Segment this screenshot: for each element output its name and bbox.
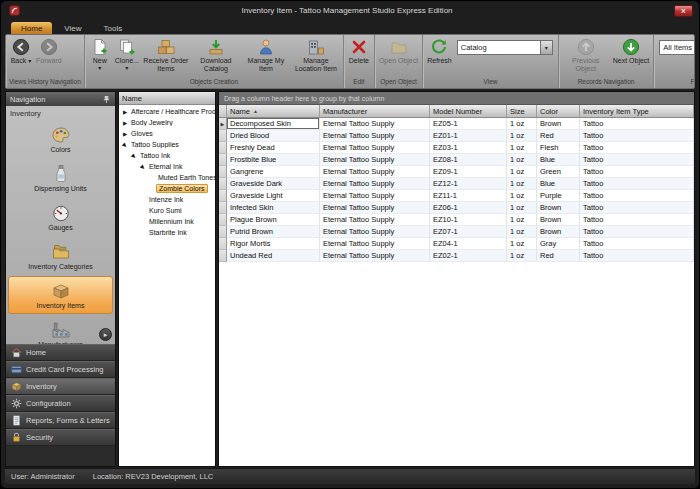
manage-location-item-button[interactable]: Manage Location Item [291, 36, 341, 73]
tree-node[interactable]: Tattoo Ink [119, 150, 215, 161]
receive-order-items-button[interactable]: Receive Order Items [141, 36, 191, 73]
cell-name[interactable]: Undead Red [227, 250, 320, 262]
next-object-button[interactable]: Next Object [611, 36, 652, 66]
table-row[interactable]: Decomposed Skin Eternal Tattoo Supply EZ… [219, 118, 694, 130]
cell-inventory-item-type[interactable]: Tattoo [580, 202, 694, 214]
cell-manufacturer[interactable]: Eternal Tattoo Supply [320, 178, 430, 190]
column-header-model-number[interactable]: Model Number [430, 105, 507, 117]
tree-node[interactable]: Muted Earth Tones [119, 172, 215, 183]
column-header-name[interactable]: Name [227, 105, 320, 117]
column-header-size[interactable]: Size [507, 105, 537, 117]
cell-inventory-item-type[interactable]: Tattoo [580, 226, 694, 238]
cell-inventory-item-type[interactable]: Tattoo [580, 130, 694, 142]
expand-arrow-icon[interactable] [121, 141, 129, 148]
tree-column-header-name[interactable]: Name [119, 92, 215, 105]
cell-model-number[interactable]: EZ11-1 [430, 190, 507, 202]
column-header-manufacturer[interactable]: Manufacturer [320, 105, 430, 117]
cell-model-number[interactable]: EZ07-1 [430, 226, 507, 238]
table-row[interactable]: Putrid Brown Eternal Tattoo Supply EZ07-… [219, 226, 694, 238]
cell-model-number[interactable]: EZ09-1 [430, 166, 507, 178]
sidebar-item-inventory-categories[interactable]: Inventory Categories [8, 237, 113, 275]
cell-size[interactable]: 1 oz [507, 190, 537, 202]
chevron-down-icon[interactable] [541, 40, 553, 55]
cell-size[interactable]: 1 oz [507, 118, 537, 130]
pin-icon[interactable] [102, 95, 111, 104]
tree-node[interactable]: Body Jewelry [119, 117, 215, 128]
cell-name[interactable]: Decomposed Skin [227, 118, 320, 130]
tab-tools[interactable]: Tools [94, 22, 133, 34]
back-button[interactable]: Back [8, 36, 34, 66]
table-row[interactable]: Frostbite Blue Eternal Tattoo Supply EZ0… [219, 154, 694, 166]
cell-name[interactable]: Graveside Light [227, 190, 320, 202]
cell-manufacturer[interactable]: Eternal Tattoo Supply [320, 238, 430, 250]
cell-inventory-item-type[interactable]: Tattoo [580, 250, 694, 262]
expand-arrow-icon[interactable] [121, 130, 129, 137]
cell-size[interactable]: 1 oz [507, 130, 537, 142]
expand-arrow-icon[interactable] [139, 163, 147, 170]
previous-object-button[interactable]: Previous Object [561, 36, 611, 73]
forward-button[interactable]: Forward [34, 36, 64, 66]
cell-color[interactable]: Blue [537, 154, 580, 166]
cell-name[interactable]: Gangrene [227, 166, 320, 178]
cell-inventory-item-type[interactable]: Tattoo [580, 142, 694, 154]
cell-model-number[interactable]: EZ04-1 [430, 238, 507, 250]
column-header-inventory-item-type[interactable]: Inventory Item Type [580, 105, 694, 117]
tree-node[interactable]: Aftercare / Healthcare Prod... [119, 106, 215, 117]
cell-size[interactable]: 1 oz [507, 226, 537, 238]
sidebar-item-inventory-items[interactable]: Inventory Items [8, 276, 113, 314]
delete-button[interactable]: Delete [346, 36, 372, 66]
table-row[interactable]: Gangrene Eternal Tattoo Supply EZ09-1 1 … [219, 166, 694, 178]
sidebar-item-inventory[interactable]: Inventory [6, 378, 115, 395]
tab-home[interactable]: Home [11, 22, 52, 34]
cell-color[interactable]: Red [537, 130, 580, 142]
cell-name[interactable]: Graveside Dark [227, 178, 320, 190]
cell-name[interactable]: Infected Skin [227, 202, 320, 214]
tree-node[interactable]: Starbrite Ink [119, 227, 215, 238]
tab-view[interactable]: View [54, 22, 91, 34]
cell-name[interactable]: Rigor Mortis [227, 238, 320, 250]
sidebar-item-manufacturers[interactable]: Manufacturers [8, 315, 113, 344]
cell-inventory-item-type[interactable]: Tattoo [580, 238, 694, 250]
sidebar-item-gauges[interactable]: Gauges [8, 198, 113, 236]
cell-model-number[interactable]: EZ10-1 [430, 214, 507, 226]
refresh-button[interactable]: Refresh [425, 36, 454, 66]
tree-node[interactable]: Intenze Ink [119, 194, 215, 205]
cell-manufacturer[interactable]: Eternal Tattoo Supply [320, 118, 430, 130]
cell-inventory-item-type[interactable]: Tattoo [580, 166, 694, 178]
cell-manufacturer[interactable]: Eternal Tattoo Supply [320, 214, 430, 226]
cell-model-number[interactable]: EZ01-1 [430, 130, 507, 142]
cell-color[interactable]: Brown [537, 202, 580, 214]
cell-size[interactable]: 1 oz [507, 178, 537, 190]
cell-model-number[interactable]: EZ05-1 [430, 118, 507, 130]
tree-node[interactable]: Kuro Sumi [119, 205, 215, 216]
filter-combobox[interactable]: All Items [659, 40, 695, 55]
table-row[interactable]: Plague Brown Eternal Tattoo Supply EZ10-… [219, 214, 694, 226]
cell-manufacturer[interactable]: Eternal Tattoo Supply [320, 154, 430, 166]
cell-inventory-item-type[interactable]: Tattoo [580, 154, 694, 166]
cell-manufacturer[interactable]: Eternal Tattoo Supply [320, 190, 430, 202]
table-row[interactable]: Graveside Light Eternal Tattoo Supply EZ… [219, 190, 694, 202]
cell-name[interactable]: Frostbite Blue [227, 154, 320, 166]
table-row[interactable]: Graveside Dark Eternal Tattoo Supply EZ1… [219, 178, 694, 190]
cell-color[interactable]: Green [537, 166, 580, 178]
cell-size[interactable]: 1 oz [507, 214, 537, 226]
cell-manufacturer[interactable]: Eternal Tattoo Supply [320, 130, 430, 142]
sidebar-item-security[interactable]: Security [6, 429, 115, 446]
cell-model-number[interactable]: EZ08-1 [430, 154, 507, 166]
sidebar-item-dispensing-units[interactable]: Dispensing Units [8, 159, 113, 197]
cell-name[interactable]: Freshly Dead [227, 142, 320, 154]
cell-model-number[interactable]: EZ12-1 [430, 178, 507, 190]
tree-node[interactable]: Millennium Ink [119, 216, 215, 227]
manage-my-item-button[interactable]: Manage My Item [241, 36, 291, 73]
cell-inventory-item-type[interactable]: Tattoo [580, 214, 694, 226]
cell-manufacturer[interactable]: Eternal Tattoo Supply [320, 202, 430, 214]
cell-size[interactable]: 1 oz [507, 238, 537, 250]
expand-arrow-icon[interactable] [130, 152, 138, 159]
cell-size[interactable]: 1 oz [507, 166, 537, 178]
open-object-button[interactable]: Open Object [377, 36, 420, 66]
tree-node[interactable]: Eternal Ink [119, 161, 215, 172]
cell-color[interactable]: Brown [537, 118, 580, 130]
cell-inventory-item-type[interactable]: Tattoo [580, 190, 694, 202]
cell-inventory-item-type[interactable]: Tattoo [580, 118, 694, 130]
group-by-drop-zone[interactable]: Drag a column header here to group by th… [219, 92, 694, 105]
